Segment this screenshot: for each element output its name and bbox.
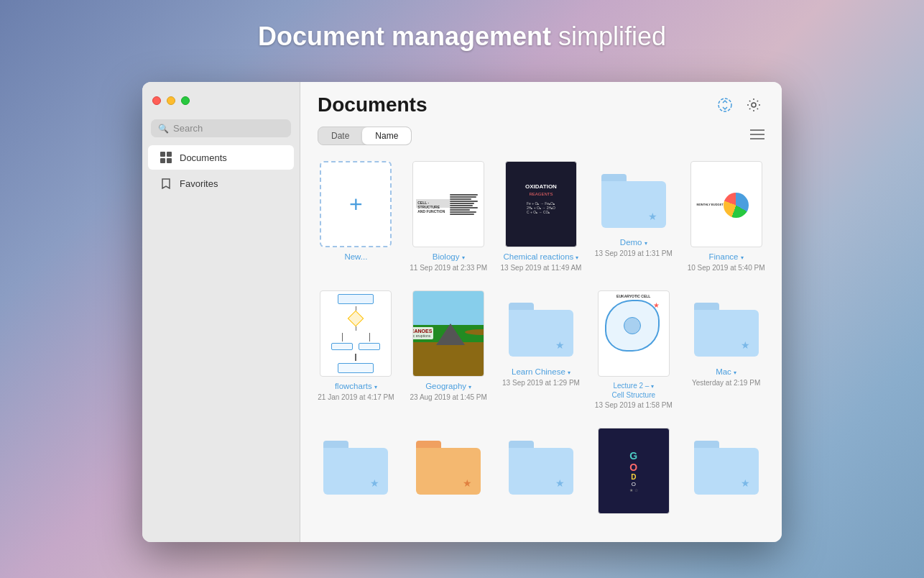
close-button[interactable] xyxy=(152,96,161,105)
mac-folder-item[interactable]: ★ Mac ▾ Yesterday at 2:19 PM xyxy=(682,285,770,416)
sort-bar: Date Name xyxy=(300,122,782,152)
page-header: Document management simplified xyxy=(258,22,666,68)
svg-rect-1 xyxy=(167,152,172,157)
mac-label: Mac ▾ xyxy=(716,367,736,377)
folder-11-thumbnail: ★ xyxy=(320,428,392,500)
sort-name-button[interactable]: Name xyxy=(362,127,411,144)
learn-chinese-date: 13 Sep 2019 at 1:29 PM xyxy=(502,378,580,388)
demo-date: 13 Sep 2019 at 1:31 PM xyxy=(595,249,673,259)
sort-buttons: Date Name xyxy=(318,127,412,145)
folder-12-thumbnail: ★ xyxy=(412,428,484,500)
bookmark-icon xyxy=(160,177,172,190)
search-icon: 🔍 xyxy=(158,124,169,134)
demo-label: Demo ▾ xyxy=(620,237,647,248)
biology-label: Biology ▾ xyxy=(433,252,465,262)
sidebar-item-favorites-label: Favorites xyxy=(180,178,218,189)
chemical-label: Chemical reactions ▾ xyxy=(503,252,578,262)
list-view-button[interactable] xyxy=(750,129,764,143)
main-title: Documents xyxy=(318,93,427,116)
sort-date-button[interactable]: Date xyxy=(318,127,362,144)
plus-icon: + xyxy=(349,191,363,218)
lecture2-item[interactable]: EUKARYOTIC CELL ★ Lecture 2 – ▾Cell Stru… xyxy=(589,285,678,416)
chemical-date: 13 Sep 2019 at 11:49 AM xyxy=(501,263,582,273)
folder-item-13[interactable]: ★ xyxy=(497,422,586,524)
new-document-item[interactable]: + New... xyxy=(312,155,400,279)
finance-thumbnail: MONTHLY BUDGET xyxy=(690,161,762,247)
sidebar-item-documents[interactable]: Documents xyxy=(148,145,294,170)
mac-date: Yesterday at 2:19 PM xyxy=(692,378,760,388)
learn-chinese-label: Learn Chinese ▾ xyxy=(512,367,570,377)
new-document-label: New... xyxy=(344,252,367,262)
svg-rect-3 xyxy=(167,158,172,163)
folder-15-thumbnail: ★ xyxy=(690,428,762,500)
chemical-reactions-item[interactable]: OXIDATION REAGENTS Fe + O₂ → Fe₂O₃ 2H₂ +… xyxy=(497,155,586,279)
folder-13-thumbnail: ★ xyxy=(505,428,577,500)
search-bar[interactable]: 🔍 xyxy=(151,119,291,137)
maximize-button[interactable] xyxy=(181,96,190,105)
finance-label: Finance ▾ xyxy=(709,252,744,262)
folder-item-15[interactable]: ★ xyxy=(682,422,770,524)
chemical-thumbnail: OXIDATION REAGENTS Fe + O₂ → Fe₂O₃ 2H₂ +… xyxy=(505,161,577,247)
header-actions xyxy=(714,94,764,116)
sidebar: 🔍 Documents Favorites xyxy=(142,82,300,542)
titlebar xyxy=(142,82,300,119)
main-header: Documents xyxy=(300,82,782,122)
search-input[interactable] xyxy=(173,123,284,134)
main-content: Documents Date xyxy=(300,82,782,542)
sidebar-item-favorites[interactable]: Favorites xyxy=(148,171,294,196)
grid-icon xyxy=(160,151,172,164)
demo-folder-item[interactable]: ★ Demo ▾ 13 Sep 2019 at 1:31 PM xyxy=(589,155,678,279)
lecture2-date: 13 Sep 2019 at 1:58 PM xyxy=(595,400,673,410)
page-title: Document management simplified xyxy=(258,22,666,52)
lecture2-thumbnail: EUKARYOTIC CELL ★ xyxy=(598,290,670,377)
minimize-button[interactable] xyxy=(167,96,175,105)
flowcharts-thumbnail xyxy=(320,290,392,377)
folder-item-11[interactable]: ★ xyxy=(312,422,400,524)
learn-chinese-thumbnail: ★ xyxy=(505,290,577,362)
dark-doc-thumbnail: G O D O ★ ☆ xyxy=(598,428,670,514)
geography-label: Geography ▾ xyxy=(425,381,471,392)
mac-folder-thumbnail: ★ xyxy=(690,290,762,362)
flowcharts-label: flowcharts ▾ xyxy=(335,381,377,392)
finance-item[interactable]: MONTHLY BUDGET xyxy=(682,155,770,279)
dark-doc-item[interactable]: G O D O ★ ☆ xyxy=(589,422,678,524)
geography-date: 23 Aug 2019 at 1:45 PM xyxy=(410,393,487,403)
biology-item[interactable]: CELL - STRUCTURE AND FUNCTION xyxy=(405,155,493,279)
learn-chinese-item[interactable]: ★ Learn Chinese ▾ 13 Sep 2019 at 1:29 PM xyxy=(497,285,586,416)
new-document-thumbnail: + xyxy=(320,161,392,247)
flowcharts-date: 21 Jan 2019 at 4:17 PM xyxy=(318,393,394,403)
biology-date: 11 Sep 2019 at 2:33 PM xyxy=(410,263,487,273)
lecture2-label: Lecture 2 – ▾Cell Structure xyxy=(612,381,656,400)
finance-date: 10 Sep 2019 at 5:40 PM xyxy=(688,263,765,273)
sync-button[interactable] xyxy=(714,94,736,116)
documents-grid: + New... CELL - STRUCTURE AND FUNCTION xyxy=(300,152,782,542)
svg-rect-0 xyxy=(160,152,165,157)
svg-rect-2 xyxy=(160,158,165,163)
biology-thumbnail: CELL - STRUCTURE AND FUNCTION xyxy=(412,161,484,247)
geography-item[interactable]: VOLCANOES volcanic eruptions Geography ▾… xyxy=(405,285,493,416)
sidebar-item-documents-label: Documents xyxy=(180,152,227,163)
demo-folder-thumbnail: ★ xyxy=(598,161,670,233)
svg-point-5 xyxy=(752,103,756,107)
folder-item-12[interactable]: ★ xyxy=(405,422,493,524)
geography-thumbnail: VOLCANOES volcanic eruptions xyxy=(412,290,484,377)
flowcharts-item[interactable]: flowcharts ▾ 21 Jan 2019 at 4:17 PM xyxy=(312,285,400,416)
app-window: 🔍 Documents Favorites xyxy=(142,82,782,542)
settings-button[interactable] xyxy=(743,94,764,116)
